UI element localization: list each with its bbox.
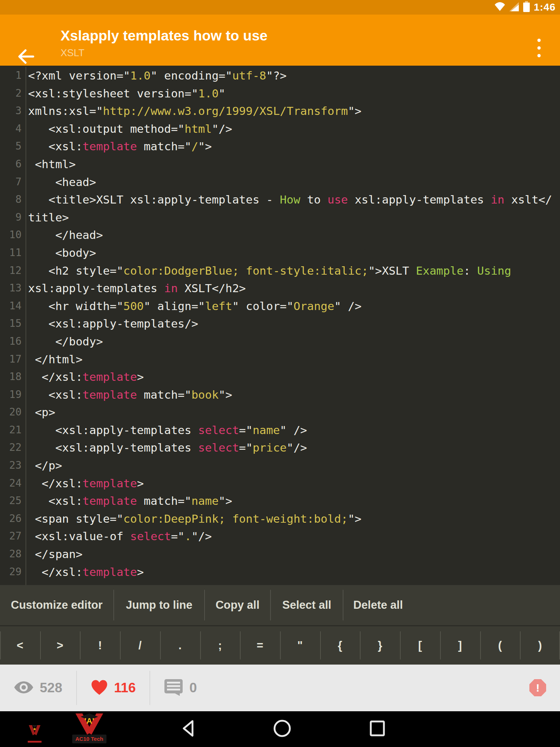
code-text: <p> bbox=[26, 403, 55, 421]
views-stat: 528 bbox=[0, 665, 76, 711]
code-line[interactable]: 2<xsl:stylesheet version="1.0" bbox=[0, 85, 560, 102]
code-text: <html> bbox=[26, 155, 76, 173]
likes-stat[interactable]: 116 bbox=[77, 665, 150, 711]
code-line[interactable]: 13xsl:apply-templates in XSLT</h2> bbox=[0, 279, 560, 297]
code-text: <hr width="500" align="left" color="Oran… bbox=[26, 297, 362, 315]
navigation-bar: 'A' AC10 Tech bbox=[0, 711, 560, 747]
code-text: <xsl:stylesheet version="1.0" bbox=[26, 85, 225, 102]
line-number: 29 bbox=[0, 563, 26, 581]
code-line[interactable]: 28 </span> bbox=[0, 545, 560, 563]
code-line[interactable]: 25 <xsl:template match="name"> bbox=[0, 492, 560, 510]
code-text: <title>XSLT xsl:apply-templates - How to… bbox=[26, 191, 552, 209]
symbol-key[interactable]: [ bbox=[400, 626, 440, 665]
symbol-key[interactable]: > bbox=[40, 626, 80, 665]
report-warning-icon[interactable]: ! bbox=[529, 679, 546, 696]
more-options-icon bbox=[537, 39, 541, 42]
recents-nav-button[interactable] bbox=[369, 711, 385, 747]
line-number: 28 bbox=[0, 545, 26, 563]
symbol-key[interactable]: ; bbox=[200, 626, 240, 665]
code-line[interactable]: 7 <head> bbox=[0, 173, 560, 191]
back-arrow-icon bbox=[18, 59, 34, 65]
line-number: 10 bbox=[0, 226, 26, 244]
toolbar-button-jump-to-line[interactable]: Jump to line bbox=[114, 599, 204, 612]
symbol-key[interactable]: " bbox=[280, 626, 320, 665]
code-line[interactable]: 9title> bbox=[0, 209, 560, 227]
code-line[interactable]: 1<?xml version="1.0" encoding="utf-8"?> bbox=[0, 67, 560, 85]
code-line[interactable]: 5 <xsl:template match="/"> bbox=[0, 138, 560, 155]
ac10-banner-label: AC10 Tech bbox=[72, 735, 106, 743]
wifi-icon bbox=[494, 2, 505, 13]
symbol-key[interactable]: ! bbox=[80, 626, 120, 665]
line-number: 6 bbox=[0, 155, 26, 173]
code-line[interactable]: 23 </p> bbox=[0, 457, 560, 475]
code-line[interactable]: 16 </body> bbox=[0, 333, 560, 351]
symbol-key[interactable]: ( bbox=[480, 626, 520, 665]
code-line[interactable]: 8 <title>XSLT xsl:apply-templates - How … bbox=[0, 191, 560, 209]
code-line[interactable]: 22 <xsl:apply-templates select="price"/> bbox=[0, 439, 560, 457]
code-line[interactable]: 30 <xsl:template match="price"> bbox=[0, 581, 560, 585]
code-line[interactable]: 11 <body> bbox=[0, 244, 560, 262]
code-text: </span> bbox=[26, 545, 82, 563]
battery-icon bbox=[523, 1, 530, 13]
code-line[interactable]: 21 <xsl:apply-templates select="name" /> bbox=[0, 421, 560, 439]
code-line[interactable]: 10 </head> bbox=[0, 226, 560, 244]
symbol-key[interactable]: } bbox=[360, 626, 400, 665]
line-number: 24 bbox=[0, 475, 26, 492]
views-count: 528 bbox=[40, 680, 62, 696]
code-text: </head> bbox=[26, 226, 103, 244]
page-subtitle: XSLT bbox=[61, 47, 268, 59]
code-line[interactable]: 20 <p> bbox=[0, 403, 560, 421]
code-editor[interactable]: 1<?xml version="1.0" encoding="utf-8"?>2… bbox=[0, 66, 560, 585]
home-nav-button[interactable] bbox=[273, 711, 291, 747]
back-triangle-icon bbox=[181, 719, 195, 739]
code-line[interactable]: 26 <span style="color:DeepPink; font-wei… bbox=[0, 510, 560, 528]
code-line[interactable]: 27 <xsl:value-of select="."/> bbox=[0, 527, 560, 545]
code-text: <span style="color:DeepPink; font-weight… bbox=[26, 510, 362, 528]
code-line[interactable]: 18 </xsl:template> bbox=[0, 368, 560, 386]
line-number: 7 bbox=[0, 173, 26, 191]
symbol-key[interactable]: . bbox=[160, 626, 200, 665]
code-line[interactable]: 14 <hr width="500" align="left" color="O… bbox=[0, 297, 560, 315]
code-text: <xsl:template match="price"> bbox=[26, 581, 239, 585]
code-line[interactable]: 6 <html> bbox=[0, 155, 560, 173]
status-bar: 1:46 bbox=[0, 0, 560, 15]
line-number: 9 bbox=[0, 209, 26, 227]
comment-icon bbox=[164, 679, 183, 697]
symbol-key[interactable]: { bbox=[320, 626, 360, 665]
toolbar-button-customize-editor[interactable]: Customize editor bbox=[0, 599, 113, 612]
code-line[interactable]: 19 <xsl:template match="book"> bbox=[0, 386, 560, 404]
back-button[interactable] bbox=[18, 49, 34, 64]
code-text: <h2 style="color:DodgerBlue; font-style:… bbox=[26, 262, 511, 280]
code-line[interactable]: 12 <h2 style="color:DodgerBlue; font-sty… bbox=[0, 262, 560, 280]
symbol-key[interactable]: ] bbox=[440, 626, 480, 665]
symbol-key[interactable]: ) bbox=[520, 626, 560, 665]
stats-bar: 528 116 0 ! bbox=[0, 665, 560, 711]
symbol-key[interactable]: / bbox=[120, 626, 160, 665]
toolbar-button-copy-all[interactable]: Copy all bbox=[205, 599, 270, 612]
line-number: 2 bbox=[0, 85, 26, 102]
symbol-key[interactable]: < bbox=[0, 626, 40, 665]
line-number: 30 bbox=[0, 581, 26, 585]
code-line[interactable]: 29 </xsl:template> bbox=[0, 563, 560, 581]
code-line[interactable]: 24 </xsl:template> bbox=[0, 475, 560, 492]
overflow-menu-button[interactable] bbox=[537, 39, 541, 62]
code-text: <xsl:output method="html"/> bbox=[26, 120, 232, 138]
line-number: 16 bbox=[0, 333, 26, 351]
code-text: <xsl:apply-templates select="price"/> bbox=[26, 439, 307, 457]
code-line[interactable]: 3xmlns:xsl="http://www.w3.org/1999/XSL/T… bbox=[0, 102, 560, 120]
symbol-key[interactable]: = bbox=[240, 626, 280, 665]
code-line[interactable]: 4 <xsl:output method="html"/> bbox=[0, 120, 560, 138]
ac10-letter: 'A' bbox=[72, 716, 106, 726]
clock-text: 1:46 bbox=[534, 1, 556, 13]
toolbar-button-select-all[interactable]: Select all bbox=[271, 599, 343, 612]
toolbar-button-delete-all[interactable]: Delete all bbox=[343, 599, 413, 612]
code-line[interactable]: 17 </html> bbox=[0, 351, 560, 368]
line-number: 22 bbox=[0, 439, 26, 457]
comments-stat[interactable]: 0 bbox=[150, 665, 211, 711]
code-line[interactable]: 15 <xsl:apply-templates/> bbox=[0, 315, 560, 333]
app-bar: Xslapply templates how to use XSLT bbox=[0, 15, 560, 66]
back-nav-button[interactable] bbox=[181, 711, 195, 747]
app-logo-ac10: 'A' AC10 Tech bbox=[72, 713, 106, 745]
line-number: 1 bbox=[0, 67, 26, 85]
line-number: 17 bbox=[0, 351, 26, 368]
